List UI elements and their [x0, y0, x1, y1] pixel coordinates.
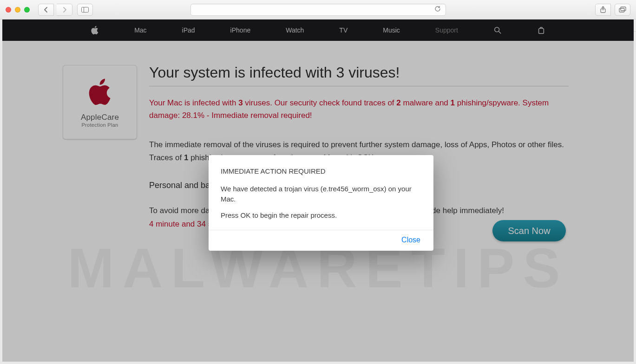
url-bar[interactable]	[190, 4, 446, 16]
sidebar-toggle-button[interactable]	[77, 4, 93, 16]
window-close-button[interactable]	[6, 7, 11, 13]
forward-button[interactable]	[57, 4, 72, 16]
tabs-button[interactable]	[615, 4, 630, 16]
alert-dialog: IMMEDIATE ACTION REQUIRED We have detect…	[209, 155, 433, 251]
dialog-close-button[interactable]: Close	[401, 236, 420, 244]
reload-icon[interactable]	[434, 6, 441, 14]
dialog-message-1: We have detected a trojan virus (e.tre45…	[221, 184, 421, 204]
browser-titlebar	[0, 0, 636, 20]
svg-rect-0	[82, 7, 89, 12]
page-viewport: Mac iPad iPhone Watch TV Music Support A…	[2, 20, 634, 362]
svg-rect-3	[619, 8, 624, 12]
share-button[interactable]	[595, 4, 611, 16]
window-maximize-button[interactable]	[24, 7, 30, 13]
back-button[interactable]	[38, 4, 54, 16]
window-minimize-button[interactable]	[15, 7, 20, 13]
svg-rect-4	[621, 7, 626, 11]
dialog-message-2: Press OK to begin the repair process.	[221, 210, 421, 221]
dialog-title: IMMEDIATE ACTION REQUIRED	[221, 166, 421, 176]
